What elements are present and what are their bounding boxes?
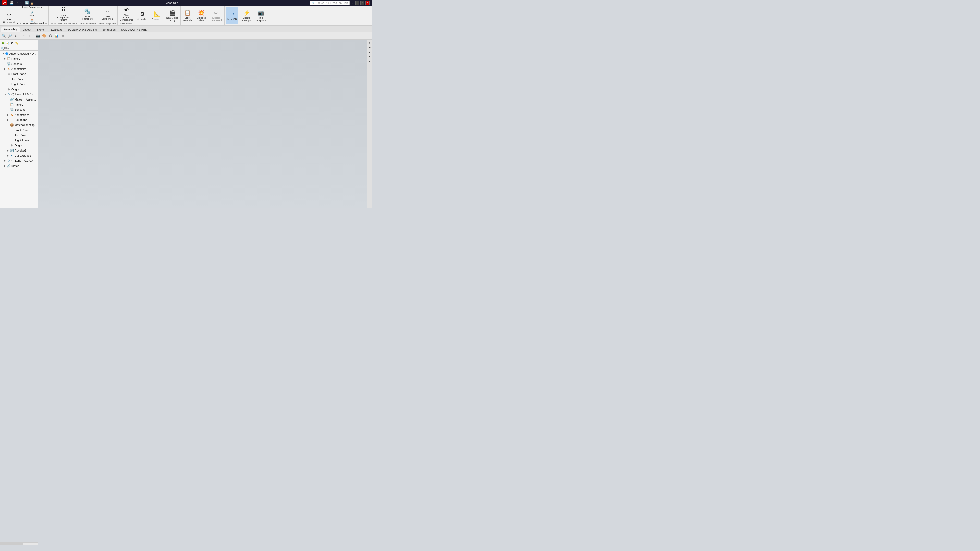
tree-item-top-plane[interactable]: ▭ Top Plane xyxy=(0,76,38,82)
search-help-box[interactable]: 🔍 Search SOLIDWORKS Help xyxy=(310,0,350,5)
view-orient-btn[interactable]: ⊞ xyxy=(27,33,33,39)
tab-sketch[interactable]: Sketch xyxy=(34,27,48,32)
smart-fasteners-btn[interactable]: 🔩 SmartFasteners xyxy=(81,6,94,22)
appearances-btn[interactable]: 🖥 xyxy=(60,33,65,39)
tree-item-mates[interactable]: ▶ 🔗 Mates xyxy=(0,163,38,168)
revolve1-icon: 🔄 xyxy=(10,148,14,152)
move-component-btn[interactable]: ↔ MoveComponent xyxy=(100,6,115,22)
view-settings-btn[interactable]: 📊 xyxy=(54,33,59,39)
title-bar: SW 💾 ↩ ↪ 🔄 ▼ Assem1 * 🔍 Search SOLIDWORK… xyxy=(0,0,372,6)
material-icon: 📦 xyxy=(10,123,14,127)
right-panel-btn-4[interactable]: ▶ xyxy=(368,54,372,59)
section-view-btn[interactable]: ⬡ xyxy=(48,33,53,39)
tab-assembly[interactable]: Assembly xyxy=(1,27,20,32)
tree-item-annotations[interactable]: ▶ A Annotations xyxy=(0,66,38,71)
standard-views-btn[interactable]: ⊕ xyxy=(13,33,19,39)
zoom-to-fit-btn[interactable]: 🔍 xyxy=(1,33,6,39)
tree-item-right-plane-sub[interactable]: ▭ Right Plane xyxy=(0,138,38,143)
reference-geometry-btn[interactable]: 📐 Referen... xyxy=(151,7,163,24)
tree-item-lens-p2[interactable]: ▶ ⬡ (-) Lens_P2.2<1> xyxy=(0,158,38,163)
sensors-label: Sensors xyxy=(11,62,22,66)
insert-label: Insert Components xyxy=(22,6,41,8)
tree-item-front-plane[interactable]: ▭ Front Plane xyxy=(0,71,38,76)
right-panel-btn-2[interactable]: ▶ xyxy=(368,45,372,49)
mate-btn[interactable]: 🔗 Mate xyxy=(17,10,48,18)
annotations-expand: ▶ xyxy=(4,67,6,71)
linear-pattern-btn[interactable]: ⠿ LinearComponentPattern xyxy=(56,6,70,22)
annotations-sub-label: Annotations xyxy=(14,113,29,117)
tab-simulation[interactable]: Simulation xyxy=(100,27,118,32)
tree-item-sensors[interactable]: 📡 Sensors xyxy=(0,61,38,66)
equations-expand: ▶ xyxy=(7,118,10,122)
lens-p1-expand: ▼ xyxy=(4,92,6,97)
tree-item-cut-extrude2[interactable]: ▶ ✂ Cut-Extrude2 xyxy=(0,153,38,158)
assembly-icon: ⚙ xyxy=(139,11,146,17)
tree-item-equations[interactable]: ▶ = Equations xyxy=(0,118,38,122)
assembly-features-btn[interactable]: ⚙ Assemb... xyxy=(136,7,148,24)
feature-tree-icon[interactable]: 🌳 xyxy=(1,41,5,45)
move-label: MoveComponent xyxy=(101,15,113,21)
ribbon-group-linear-pattern: ⠿ LinearComponentPattern Linear Componen… xyxy=(49,6,78,25)
tree-item-right-plane[interactable]: ▭ Right Plane xyxy=(0,82,38,87)
tree-item-history-sub[interactable]: 📋 History xyxy=(0,102,38,107)
tree-item-material[interactable]: 📦 Material <not sp... xyxy=(0,122,38,127)
front-plane-sub-icon: ▭ xyxy=(10,128,14,132)
insert-components-btn[interactable]: 📦 Insert Components xyxy=(17,2,48,10)
mate-label: Mate xyxy=(29,14,35,17)
history-label: History xyxy=(11,56,20,61)
tree-item-top-plane-sub[interactable]: ▭ Top Plane xyxy=(0,133,38,138)
tree-item-history[interactable]: ▶ 📋 History xyxy=(0,56,38,61)
bill-of-materials-btn[interactable]: 📋 Bill ofMaterials xyxy=(182,7,193,24)
show-hidden-label: Show HiddenComponents xyxy=(120,14,133,22)
ribbon-group-reference: 📐 Referen... xyxy=(150,6,164,25)
new-motion-study-btn[interactable]: 🎬 New MotionStudy xyxy=(165,7,180,24)
tree-item-lens-p1[interactable]: ▼ ⬡ (f) Lens_P1.2<1> xyxy=(0,92,38,97)
search-placeholder: Search SOLIDWORKS Help xyxy=(316,2,348,4)
tree-filter-input[interactable] xyxy=(4,47,37,50)
speedpak-icon: ⚡ xyxy=(243,9,250,16)
right-panel-btn-3[interactable]: ▶ xyxy=(368,50,372,54)
front-plane-sub-label: Front Plane xyxy=(14,128,29,132)
zoom-in-btn[interactable]: 🔎 xyxy=(7,33,13,39)
tree-item-origin-sub[interactable]: ⊕ Origin xyxy=(0,143,38,148)
tree-root-item[interactable]: ▼ 🔷 Assem1 (Default<D... xyxy=(0,51,38,56)
edit-component-btn[interactable]: ✏ EditComponent xyxy=(2,9,16,26)
close-btn[interactable]: ✕ xyxy=(366,1,369,5)
annotations-label: Annotations xyxy=(11,67,26,71)
restore-btn[interactable]: ◻ xyxy=(360,1,364,5)
tree-item-origin[interactable]: ⊕ Origin xyxy=(0,87,38,92)
explode-sketch-btn[interactable]: ✏ ExplodeLine Sketch xyxy=(209,7,223,24)
right-plane-sub-icon: ▭ xyxy=(10,138,14,142)
tree-item-mates-assem[interactable]: 🔗 Mates in Assem1 xyxy=(0,97,38,102)
origin-sub-label: Origin xyxy=(14,143,22,148)
right-side-panel: ▶ ▶ ▶ ▶ ▶ xyxy=(367,40,372,208)
rotate-btn[interactable]: ↔ xyxy=(21,33,27,39)
help-icon[interactable]: ? xyxy=(352,2,353,4)
property-manager-icon[interactable]: 📝 xyxy=(6,41,10,45)
update-speedpak-btn[interactable]: ⚡ UpdateSpeedpak xyxy=(240,7,253,24)
instant3d-btn[interactable]: 3D Instant3D xyxy=(226,7,238,24)
tree-item-sensors-sub[interactable]: 📡 Sensors xyxy=(0,107,38,112)
origin-icon: ⊕ xyxy=(6,87,11,91)
fasteners-group-label: Smart Fasteners xyxy=(79,22,96,25)
tab-addins[interactable]: SOLIDWORKS Add-Ins xyxy=(65,27,100,32)
configuration-manager-icon[interactable]: ⚙ xyxy=(10,41,14,45)
tree-item-front-plane-sub[interactable]: ▭ Front Plane xyxy=(0,127,38,133)
viewport[interactable]: X Y Z *Front xyxy=(38,40,367,208)
take-snapshot-btn[interactable]: 📷 TakeSnapshot xyxy=(255,7,267,24)
right-panel-btn-5[interactable]: ▶ xyxy=(368,59,372,63)
component-preview-btn[interactable]: 🪟 Component Preview Window xyxy=(17,18,48,26)
tab-layout[interactable]: Layout xyxy=(20,27,34,32)
tab-evaluate[interactable]: Evaluate xyxy=(48,27,65,32)
show-hidden-btn[interactable]: 👁 Show HiddenComponents xyxy=(119,6,134,22)
exploded-view-btn[interactable]: 💥 ExplodedView xyxy=(196,7,207,24)
minimize-btn[interactable]: ─ xyxy=(355,1,360,5)
right-panel-btn-1[interactable]: ▶ xyxy=(368,41,372,44)
display-style-btn[interactable]: 📷 xyxy=(35,33,41,39)
hide-show-btn[interactable]: 🎨 xyxy=(41,33,47,39)
dim-xpert-icon[interactable]: 📏 xyxy=(15,41,19,45)
tree-item-annotations-sub[interactable]: ▶ A Annotations xyxy=(0,112,38,118)
tab-mbd[interactable]: SOLIDWORKS MBD xyxy=(118,27,150,32)
annotations-sub-icon: A xyxy=(10,113,14,117)
tree-item-revolve1[interactable]: ▶ 🔄 Revolve1 xyxy=(0,148,38,153)
